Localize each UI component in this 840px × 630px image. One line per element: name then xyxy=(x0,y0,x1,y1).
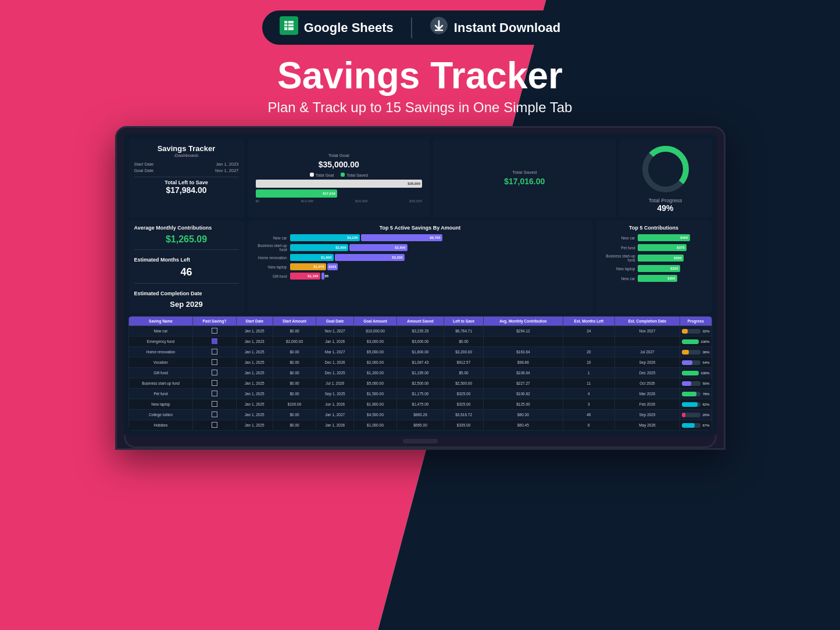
td-left: $3,616.72 xyxy=(444,410,484,420)
tracker-subtitle: -Dashboard- xyxy=(134,153,239,158)
checkbox[interactable] xyxy=(212,349,217,355)
td-left: $5.00 xyxy=(444,368,484,378)
checkbox[interactable] xyxy=(212,328,217,334)
start-date-val: Jan 1, 2023 xyxy=(216,162,238,167)
main-title: Savings Tracker xyxy=(277,55,563,96)
td-start: Jan 1, 2025 xyxy=(236,389,273,399)
td-months: 3 xyxy=(563,399,614,410)
td-past xyxy=(193,326,236,337)
contrib-row-3: Business start-up fund $350 xyxy=(600,254,707,262)
badge-divider xyxy=(411,17,412,38)
hbar-label-home: Home renovation xyxy=(252,256,290,260)
contrib-label-2: Pet fund xyxy=(600,246,635,250)
th-progress: Progress xyxy=(680,317,712,326)
checkbox[interactable] xyxy=(212,391,217,396)
dash-top-row: Savings Tracker -Dashboard- Start Date J… xyxy=(128,138,712,217)
table-header-row: Saving Name Past Saving? Start Date Star… xyxy=(128,317,712,326)
td-start: Jan 1, 2025 xyxy=(236,399,273,410)
checkbox[interactable] xyxy=(212,422,217,428)
laptop-screen: Savings Tracker -Dashboard- Start Date J… xyxy=(124,134,717,435)
bar-legend: Total Goal Total Saved xyxy=(253,173,425,177)
checkbox[interactable] xyxy=(212,370,217,375)
td-start-amt: $0.00 xyxy=(273,357,316,368)
contrib-row-5: New car $300 xyxy=(600,275,707,282)
table-row: Hobbies Jan 1, 2025 $0.00 Jan 1, 2026 $1… xyxy=(128,420,712,431)
td-left: $335.00 xyxy=(444,420,484,431)
td-progress: 20% xyxy=(680,410,712,420)
td-goal-date: Jun 1, 2026 xyxy=(316,399,354,410)
bar-saved-label-business: $2,500 xyxy=(335,246,346,249)
td-past xyxy=(193,410,236,420)
td-progress: 36% xyxy=(680,347,712,357)
laptop-frame: Savings Tracker -Dashboard- Start Date J… xyxy=(115,126,725,450)
td-saved: $1,800.00 xyxy=(396,347,444,357)
td-past xyxy=(193,347,236,357)
td-saved: $1,475.00 xyxy=(396,399,444,410)
td-avg: $294.12 xyxy=(484,326,563,337)
td-goal-date: Nov 1, 2027 xyxy=(316,326,354,337)
checkbox[interactable] xyxy=(212,380,217,386)
bar-saved-home: $1,800 xyxy=(290,254,334,261)
td-progress: 50% xyxy=(680,378,712,389)
th-saved: Amount Saved xyxy=(396,317,444,326)
checkbox[interactable] xyxy=(212,359,217,365)
savings-table: Saving Name Past Saving? Start Date Star… xyxy=(128,316,712,431)
goal-bar: $35,000 xyxy=(256,180,423,188)
sheets-label: Google Sheets xyxy=(304,20,394,35)
bar-chart-area: $35,000 $17,016 $0 xyxy=(253,180,425,203)
table-row: Pet fund Jan 1, 2025 $0.00 Sep 1, 2025 $… xyxy=(128,389,712,399)
td-left: $6,764.71 xyxy=(444,326,484,337)
tracker-title: Savings Tracker xyxy=(134,144,239,153)
td-left: $912.57 xyxy=(444,357,484,368)
td-goal-date: Sep 1, 2025 xyxy=(316,389,354,399)
hbar-row-business: Business start-up fund $2,500 $2,500 xyxy=(252,244,588,252)
td-progress: 67% xyxy=(680,420,712,431)
td-start: Jan 1, 2025 xyxy=(236,378,273,389)
td-goal-amt: $3,000.00 xyxy=(354,337,397,347)
td-saved: $2,500.00 xyxy=(396,378,444,389)
checkbox[interactable] xyxy=(212,411,217,417)
saved-bar-label: $17,016 xyxy=(323,192,335,195)
total-goal-label: Total Goal xyxy=(328,153,349,158)
td-goal-date: Jan 1, 2026 xyxy=(316,420,354,431)
content-wrapper: Google Sheets Instant Download Savings T… xyxy=(0,0,840,450)
td-comp: Feb 2026 xyxy=(614,399,680,410)
total-saved-card: Total Saved $17,016.00 xyxy=(433,138,616,217)
contrib-label-1: New car xyxy=(600,236,635,240)
td-past xyxy=(193,337,236,347)
td-start: Jan 1, 2025 xyxy=(236,410,273,420)
td-start-amt: $0.00 xyxy=(273,378,316,389)
td-goal-amt: $10,000.00 xyxy=(354,326,397,337)
table-row: Business start-up fund Jan 1, 2025 $0.00… xyxy=(128,378,712,389)
top5-title: Top 5 Active Savings By Amount xyxy=(252,225,588,231)
td-progress: 100% xyxy=(680,337,712,347)
bar-axis: $0 $10,000 $20,000 $30,000 xyxy=(256,199,423,203)
goal-date-label: Goal Date xyxy=(134,168,154,173)
td-avg: $106.82 xyxy=(484,389,563,399)
total-left-value: $17,984.00 xyxy=(134,185,239,195)
th-goal-amt: Goal Amount xyxy=(354,317,397,326)
legend-goal: Total Goal xyxy=(310,173,334,177)
td-months: 10 xyxy=(563,357,614,368)
top5-contrib-card: Top 5 Contributions New car $400 Pet fun… xyxy=(596,220,712,313)
th-name: Saving Name xyxy=(128,317,193,326)
checkbox-checked[interactable] xyxy=(212,338,217,344)
td-goal-date: Mar 1, 2027 xyxy=(316,347,354,357)
hbar-label-newcar: New car xyxy=(252,236,290,240)
td-months: 46 xyxy=(563,410,614,420)
bar-goal-label-home: $3,200 xyxy=(392,256,402,259)
checkbox[interactable] xyxy=(212,401,217,407)
svg-rect-1 xyxy=(284,21,294,30)
td-start: Jan 1, 2025 xyxy=(236,347,273,357)
td-start-amt: $0.00 xyxy=(273,420,316,431)
td-months: 24 xyxy=(563,326,614,337)
td-goal-amt: $1,000.00 xyxy=(354,420,397,431)
td-past xyxy=(193,368,236,378)
th-start-amt: Start Amount xyxy=(273,317,316,326)
bar-saved-label-gift: $1,195 xyxy=(308,274,318,278)
td-avg: $80.30 xyxy=(484,410,563,420)
td-name: Hobbies xyxy=(128,420,193,431)
bar-saved-label-laptop: $1,475 xyxy=(313,265,324,269)
td-start: Jan 1, 2025 xyxy=(236,420,273,431)
td-comp: Jul 2027 xyxy=(614,347,680,357)
